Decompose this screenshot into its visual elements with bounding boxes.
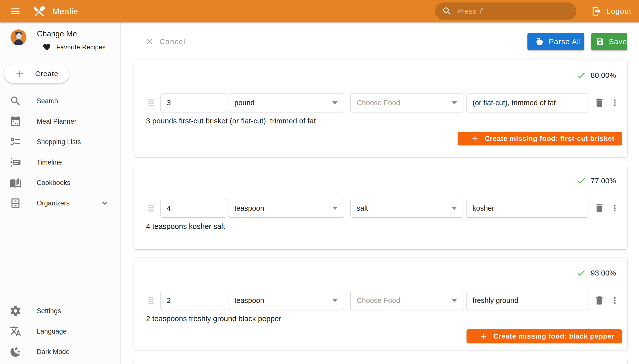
- food-placeholder: Choose Food: [357, 99, 400, 107]
- favorite-recipes-link[interactable]: Favorite Recipes: [37, 43, 106, 51]
- more-options-icon[interactable]: [610, 203, 620, 213]
- sidebar-item-label: Timeline: [37, 158, 62, 166]
- drag-handle-icon[interactable]: [145, 202, 157, 214]
- sidebar-item-dark-mode[interactable]: Dark Mode: [0, 342, 120, 362]
- quantity-input[interactable]: [167, 204, 220, 212]
- food-placeholder: Choose Food: [357, 296, 400, 305]
- confidence-value: 93.00%: [591, 269, 616, 277]
- food-select[interactable]: salt: [350, 199, 463, 218]
- note-input[interactable]: [473, 99, 582, 107]
- unit-select[interactable]: teaspoon: [228, 199, 344, 218]
- sidebar: Change Me Favorite Recipes Create: [0, 22, 121, 364]
- quantity-field[interactable]: [160, 291, 226, 310]
- sidebar-item-language[interactable]: Language: [0, 321, 120, 342]
- unit-select[interactable]: pound: [228, 93, 344, 112]
- apple-icon: [535, 37, 544, 46]
- confidence-value: 80.00%: [591, 71, 616, 80]
- check-icon: [576, 176, 586, 186]
- logout-button[interactable]: Logout: [587, 6, 631, 16]
- create-missing-food-label: Create missing food: black pepper: [494, 332, 614, 340]
- parse-all-label: Parse All: [549, 38, 581, 46]
- sidebar-item-label: Meal Planner: [37, 118, 76, 126]
- note-field[interactable]: [466, 291, 588, 310]
- create-missing-food-button[interactable]: Create missing food: black pepper: [467, 329, 622, 343]
- close-icon: [145, 37, 154, 46]
- ingredient-parser-main: Cancel Parse All Save 80.00%: [121, 22, 639, 364]
- create-button[interactable]: Create: [4, 64, 69, 83]
- dropdown-arrow-icon: [452, 101, 457, 104]
- save-button[interactable]: Save: [591, 33, 627, 50]
- sidebar-item-label: Cookbooks: [37, 179, 70, 187]
- dropdown-arrow-icon: [332, 299, 338, 302]
- sidebar-item-settings[interactable]: Settings: [0, 301, 120, 321]
- food-select[interactable]: Choose Food: [350, 291, 463, 310]
- sidebar-item-timeline[interactable]: Timeline: [0, 152, 120, 172]
- sidebar-item-label: Shopping Lists: [37, 138, 81, 146]
- note-field[interactable]: [466, 199, 588, 218]
- dropdown-arrow-icon: [332, 101, 338, 104]
- more-options-icon[interactable]: [610, 296, 620, 306]
- file-cabinet-icon: [10, 197, 22, 209]
- translate-icon: [10, 325, 22, 337]
- parse-all-button[interactable]: Parse All: [527, 33, 584, 50]
- search-input[interactable]: [457, 7, 564, 16]
- sidebar-item-label: Language: [37, 328, 67, 335]
- app-title: Mealie: [52, 6, 78, 16]
- create-missing-food-label: Create missing food: first-cut brisket: [485, 135, 614, 142]
- note-field[interactable]: [466, 93, 588, 112]
- sidebar-item-label: Organizers: [37, 200, 70, 207]
- search-bar[interactable]: [435, 2, 576, 20]
- save-label: Save: [609, 38, 627, 46]
- plus-icon: [480, 332, 488, 340]
- menu-icon[interactable]: [9, 4, 22, 18]
- gear-icon: [10, 305, 22, 317]
- checklist-icon: [10, 136, 22, 148]
- dropdown-arrow-icon: [452, 207, 457, 210]
- delete-icon[interactable]: [594, 97, 605, 108]
- drag-handle-icon[interactable]: [145, 295, 157, 306]
- calendar-icon: [10, 116, 22, 128]
- favorite-recipes-label: Favorite Recipes: [56, 44, 106, 51]
- quantity-input[interactable]: [167, 296, 220, 305]
- save-icon: [596, 38, 604, 46]
- avatar[interactable]: [11, 30, 27, 46]
- chevron-down-icon[interactable]: [100, 198, 110, 208]
- ingredient-card: 80.00% pound Choose Food: [134, 60, 627, 157]
- ingredient-card: 77.00% teaspoon salt: [134, 165, 627, 249]
- food-select[interactable]: Choose Food: [350, 93, 463, 112]
- quantity-field[interactable]: [160, 93, 226, 112]
- delete-icon[interactable]: [594, 203, 605, 214]
- ingredient-card: [134, 358, 627, 364]
- sidebar-divider: [0, 58, 120, 58]
- quantity-field[interactable]: [160, 199, 226, 218]
- sidebar-item-label: Settings: [37, 307, 61, 315]
- confidence-indicator: 77.00%: [572, 176, 616, 186]
- sidebar-item-meal-planner[interactable]: Meal Planner: [0, 111, 120, 132]
- sidebar-item-cookbooks[interactable]: Cookbooks: [0, 172, 120, 193]
- mealie-logo-icon[interactable]: [33, 4, 46, 18]
- ingredient-card: 93.00% teaspoon Choose Food: [134, 258, 627, 350]
- logout-label: Logout: [606, 7, 631, 16]
- note-input[interactable]: [473, 296, 582, 305]
- user-profile[interactable]: Change Me Favorite Recipes: [0, 22, 120, 51]
- delete-icon[interactable]: [594, 295, 605, 306]
- plus-icon: [471, 134, 479, 143]
- quantity-input[interactable]: [167, 99, 220, 107]
- timeline-icon: [10, 156, 22, 168]
- drag-handle-icon[interactable]: [145, 97, 157, 108]
- unit-select[interactable]: teaspoon: [228, 291, 344, 310]
- note-input[interactable]: [473, 204, 582, 212]
- sidebar-item-search[interactable]: Search: [0, 91, 120, 111]
- sidebar-item-shopping-lists[interactable]: Shopping Lists: [0, 132, 120, 152]
- search-icon: [442, 6, 452, 16]
- check-icon: [576, 268, 586, 278]
- sidebar-item-organizers[interactable]: Organizers: [0, 193, 120, 214]
- search-icon: [10, 95, 22, 107]
- more-options-icon[interactable]: [610, 98, 620, 108]
- original-ingredient-text: 4 teaspoons kosher salt: [146, 222, 225, 230]
- cancel-button[interactable]: Cancel: [136, 34, 189, 50]
- dropdown-arrow-icon: [452, 299, 457, 302]
- original-ingredient-text: 3 pounds first-cut brisket (or flat-cut)…: [146, 117, 316, 125]
- confidence-value: 77.00%: [591, 176, 616, 185]
- create-missing-food-button[interactable]: Create missing food: first-cut brisket: [458, 132, 622, 145]
